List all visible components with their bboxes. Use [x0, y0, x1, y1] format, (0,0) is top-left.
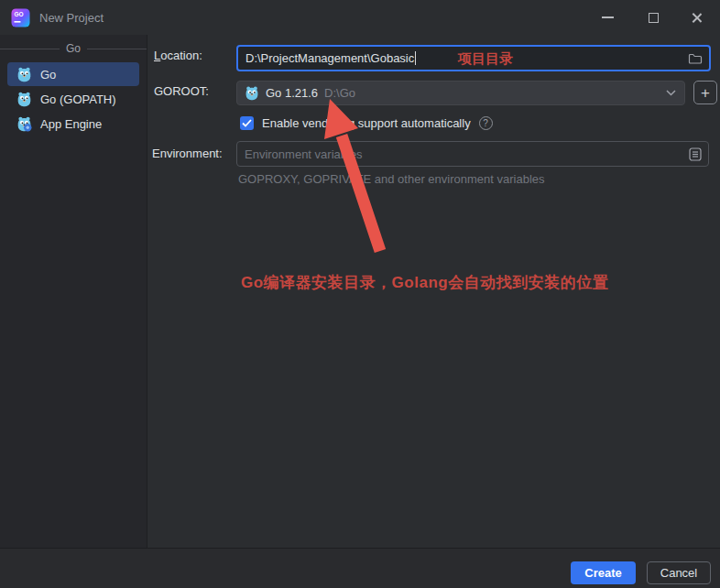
- project-type-sidebar: Go Go Go (GOPATH) App Engine: [0, 35, 147, 548]
- goland-logo-icon: GO: [11, 8, 30, 27]
- location-value: D:\ProjectManagement\Gobasic: [245, 51, 414, 65]
- vendoring-label: Enable vendoring support automatically: [262, 116, 471, 130]
- title-bar: GO New Project: [0, 0, 720, 35]
- new-project-form: Location: D:\ProjectManagement\Gobasic 项…: [147, 35, 720, 548]
- check-icon: [242, 119, 252, 127]
- location-input[interactable]: D:\ProjectManagement\Gobasic 项目目录: [236, 45, 711, 71]
- cancel-button[interactable]: Cancel: [647, 561, 711, 584]
- goroot-annotation: Go编译器安装目录，Golang会自动找到安装的位置: [241, 272, 608, 293]
- sidebar-item-app-engine[interactable]: App Engine: [7, 112, 139, 136]
- group-label: Go: [60, 42, 87, 55]
- text-caret: [415, 51, 416, 65]
- minimize-icon: [602, 16, 614, 18]
- window-title: New Project: [39, 11, 104, 25]
- goroot-label: GOROOT:: [154, 84, 209, 98]
- gopher-icon: [245, 86, 259, 101]
- gopher-appengine-icon: [16, 116, 32, 132]
- variables-list-icon[interactable]: [689, 147, 702, 161]
- minimize-button[interactable]: [594, 0, 621, 35]
- close-icon: [691, 12, 703, 24]
- create-button[interactable]: Create: [571, 561, 636, 584]
- sidebar-item-label: Go: [40, 68, 56, 82]
- sidebar-item-label: Go (GOPATH): [40, 93, 116, 106]
- vendoring-checkbox-row[interactable]: Enable vendoring support automatically ?: [240, 116, 493, 130]
- gopher-icon: [16, 92, 32, 107]
- close-button[interactable]: [682, 0, 710, 35]
- goroot-dropdown[interactable]: Go 1.21.6 D:\Go: [236, 81, 685, 105]
- gopher-icon: [16, 67, 32, 82]
- group-rule-right: [87, 49, 147, 49]
- maximize-icon: [649, 13, 659, 23]
- sidebar-item-go[interactable]: Go: [7, 62, 139, 86]
- maximize-button[interactable]: [639, 0, 667, 35]
- group-rule-left: [0, 49, 60, 49]
- dialog-footer: Create Cancel: [0, 548, 720, 588]
- sidebar-item-go-gopath[interactable]: Go (GOPATH): [7, 87, 139, 111]
- sidebar-group-go: Go: [0, 42, 147, 55]
- help-icon[interactable]: ?: [479, 116, 493, 130]
- environment-input[interactable]: [237, 142, 708, 166]
- svg-text:GO: GO: [15, 11, 24, 17]
- folder-icon[interactable]: [688, 51, 703, 66]
- environment-field: [236, 141, 709, 167]
- goroot-sdk-path: D:\Go: [324, 86, 355, 100]
- sidebar-item-label: App Engine: [40, 117, 102, 131]
- location-annotation: 项目目录: [458, 50, 513, 68]
- vendoring-checkbox[interactable]: [240, 116, 254, 130]
- add-sdk-button[interactable]: +: [693, 81, 717, 104]
- location-label: Location:: [154, 49, 202, 62]
- goroot-sdk-name: Go 1.21.6: [266, 86, 318, 100]
- chevron-down-icon: [666, 90, 676, 96]
- environment-hint: GOPROXY, GOPRIVATE and other environment…: [238, 172, 545, 186]
- environment-label: Environment:: [152, 147, 223, 160]
